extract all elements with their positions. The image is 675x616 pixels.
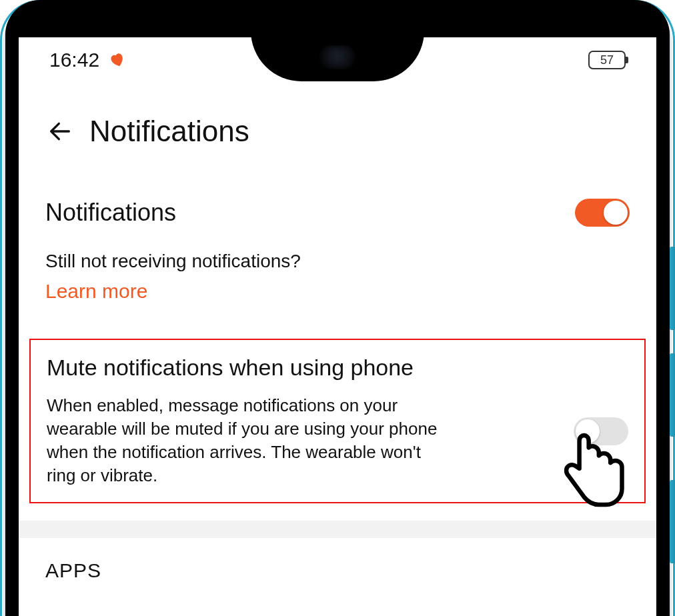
notifications-row[interactable]: Notifications [45, 189, 630, 236]
toggle-knob [604, 201, 628, 225]
page-title: Notifications [89, 115, 249, 148]
settings-content: Notifications Still not receiving notifi… [19, 161, 656, 582]
front-camera [319, 45, 356, 69]
notifications-toggle[interactable] [575, 199, 630, 227]
heart-icon [109, 51, 126, 69]
back-arrow-icon [47, 118, 73, 145]
back-button[interactable] [45, 117, 75, 146]
section-divider [19, 521, 656, 538]
status-time: 16:42 [49, 49, 99, 71]
side-button-vol-up [670, 247, 675, 330]
phone-frame: 16:42 57 Notifications [5, 0, 670, 616]
mute-highlight-box: Mute notifications when using phone When… [29, 339, 646, 503]
toggle-knob [576, 419, 600, 443]
apps-section-label: APPS [45, 559, 630, 582]
screen: 16:42 57 Notifications [19, 37, 656, 616]
side-button-power [670, 480, 675, 563]
battery-level: 57 [600, 53, 614, 67]
battery-indicator: 57 [588, 51, 626, 69]
mute-title: Mute notifications when using phone [47, 353, 562, 382]
learn-more-link[interactable]: Learn more [45, 280, 147, 303]
display-notch [251, 31, 424, 81]
help-text: Still not receiving notifications? [45, 251, 630, 272]
mute-row[interactable]: Mute notifications when using phone When… [47, 353, 628, 487]
notifications-label: Notifications [45, 199, 176, 227]
mute-toggle[interactable] [574, 417, 628, 445]
side-button-vol-down [670, 353, 675, 437]
page-header: Notifications [19, 75, 656, 161]
mute-description: When enabled, message notifications on y… [47, 394, 447, 487]
